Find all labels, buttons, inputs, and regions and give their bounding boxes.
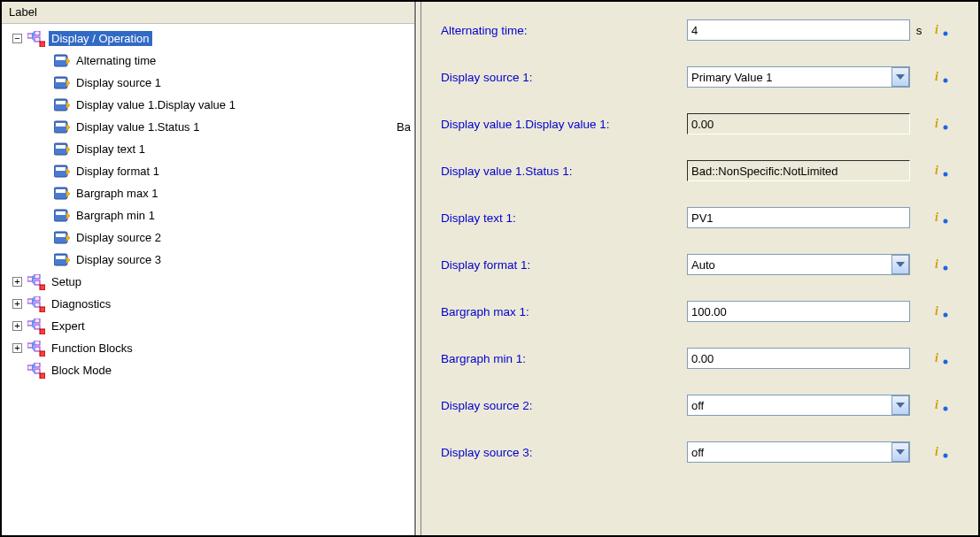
info-icon[interactable] (935, 117, 951, 131)
readonly-display-value-1-value (687, 113, 910, 134)
unit-alternating-time: s (910, 24, 928, 37)
expand-icon[interactable]: + (12, 321, 22, 331)
row-display-value-1-status: Display value 1.Status 1: (441, 160, 959, 181)
folder-icon (27, 341, 45, 357)
tree-body: − Display / Operation Alternating time D… (2, 24, 414, 535)
folder-icon (27, 31, 45, 47)
chevron-down-icon[interactable] (891, 442, 909, 462)
tree-leaf-label: Display source 2 (73, 230, 164, 245)
label-display-value-1-value: Display value 1.Display value 1: (441, 118, 687, 131)
param-icon (54, 209, 70, 223)
param-icon (54, 120, 70, 134)
row-display-text-1: Display text 1: (441, 207, 959, 228)
tree-leaf-label: Bargraph min 1 (73, 208, 158, 223)
info-icon[interactable] (935, 70, 951, 84)
tree-leaf-display-format-1[interactable]: Display format 1 (5, 160, 414, 182)
input-alternating-time[interactable] (687, 19, 910, 41)
param-icon (54, 231, 70, 245)
label-display-source-3: Display source 3: (441, 446, 687, 459)
tree-node-label: Block Mode (49, 363, 114, 378)
tree-leaf-display-value-1-status[interactable]: Display value 1.Status 1 Ba (5, 116, 414, 138)
param-icon (54, 98, 70, 112)
tree-leaf-label: Alternating time (73, 53, 158, 68)
tree-leaf-display-value-1-value[interactable]: Display value 1.Display value 1 (5, 94, 414, 116)
tree-leaf-label: Bargraph max 1 (73, 186, 161, 201)
tree-node-display-operation[interactable]: − Display / Operation (5, 27, 414, 50)
expand-icon[interactable]: + (12, 277, 22, 287)
form-pane: Alternating time: s Display source 1: Di… (421, 2, 978, 535)
tree-leaf-label: Display value 1.Status 1 (73, 119, 202, 134)
tree-leaf-label: Display value 1.Display value 1 (73, 97, 238, 112)
label-display-source-2: Display source 2: (441, 399, 687, 412)
tree-node-label: Function Blocks (49, 341, 135, 356)
tree-leaf-extra: Ba (397, 120, 414, 134)
param-icon (54, 187, 70, 201)
tree-node-label: Display / Operation (49, 31, 152, 46)
tree-node-diagnostics[interactable]: + Diagnostics (5, 293, 414, 315)
info-icon[interactable] (935, 211, 951, 225)
info-icon[interactable] (935, 398, 951, 412)
tree-pane: Label − Display / Operation Alternating … (2, 2, 416, 535)
param-icon (54, 54, 70, 68)
label-display-source-1: Display source 1: (441, 71, 687, 84)
input-bargraph-max-1[interactable] (687, 301, 910, 322)
chevron-down-icon[interactable] (891, 255, 909, 274)
collapse-icon[interactable]: − (12, 34, 22, 43)
folder-icon (27, 296, 45, 312)
info-icon[interactable] (935, 445, 951, 459)
info-icon[interactable] (935, 304, 951, 318)
row-display-value-1-value: Display value 1.Display value 1: (441, 113, 959, 134)
tree-leaf-display-source-2[interactable]: Display source 2 (5, 226, 414, 249)
tree-node-label: Expert (49, 318, 88, 334)
tree-node-label: Setup (49, 274, 84, 289)
select-display-source-1[interactable] (687, 66, 910, 88)
folder-icon (27, 274, 45, 290)
tree-column-header[interactable]: Label (2, 2, 414, 24)
tree-leaf-display-source-1[interactable]: Display source 1 (5, 72, 414, 94)
expand-icon[interactable]: + (12, 343, 22, 353)
expand-icon[interactable]: + (12, 299, 22, 309)
tree-node-block-mode[interactable]: Block Mode (5, 359, 414, 381)
param-icon (54, 76, 70, 90)
info-icon[interactable] (935, 23, 951, 37)
tree-leaf-bargraph-min-1[interactable]: Bargraph min 1 (5, 204, 414, 226)
app-root: Label − Display / Operation Alternating … (0, 0, 980, 537)
folder-icon (27, 318, 45, 334)
row-display-source-3: Display source 3: (441, 441, 959, 463)
row-display-format-1: Display format 1: (441, 254, 959, 275)
tree-node-label: Diagnostics (49, 296, 113, 311)
tree-node-expert[interactable]: + Expert (5, 315, 414, 337)
tree-leaf-bargraph-max-1[interactable]: Bargraph max 1 (5, 182, 414, 204)
info-icon[interactable] (935, 164, 951, 178)
tree-leaf-display-source-3[interactable]: Display source 3 (5, 249, 414, 271)
tree-leaf-label: Display source 1 (73, 75, 164, 90)
tree-leaf-display-text-1[interactable]: Display text 1 (5, 138, 414, 160)
tree-node-setup[interactable]: + Setup (5, 271, 414, 293)
input-display-text-1[interactable] (687, 207, 910, 228)
chevron-down-icon[interactable] (891, 395, 909, 415)
select-display-source-3[interactable] (687, 441, 910, 463)
label-alternating-time: Alternating time: (441, 24, 687, 37)
label-bargraph-max-1: Bargraph max 1: (441, 305, 687, 318)
info-icon[interactable] (935, 257, 951, 272)
label-bargraph-min-1: Bargraph min 1: (441, 352, 687, 365)
tree-leaf-alternating-time[interactable]: Alternating time (5, 50, 414, 72)
tree-node-function-blocks[interactable]: + Function Blocks (5, 337, 414, 359)
select-display-format-1[interactable] (687, 254, 910, 275)
label-display-value-1-status: Display value 1.Status 1: (441, 165, 687, 178)
label-display-format-1: Display format 1: (441, 258, 687, 272)
tree-leaf-label: Display format 1 (73, 164, 162, 179)
row-bargraph-min-1: Bargraph min 1: (441, 348, 959, 369)
select-display-source-2[interactable] (687, 395, 910, 416)
param-icon (54, 253, 70, 267)
param-icon (54, 165, 70, 179)
row-display-source-1: Display source 1: (441, 66, 959, 88)
info-icon[interactable] (935, 351, 951, 365)
label-display-text-1: Display text 1: (441, 211, 687, 225)
readonly-display-value-1-status (687, 160, 910, 181)
tree-leaf-label: Display text 1 (73, 142, 148, 157)
row-bargraph-max-1: Bargraph max 1: (441, 301, 959, 322)
chevron-down-icon[interactable] (891, 67, 909, 87)
input-bargraph-min-1[interactable] (687, 348, 910, 369)
param-icon (54, 142, 70, 157)
